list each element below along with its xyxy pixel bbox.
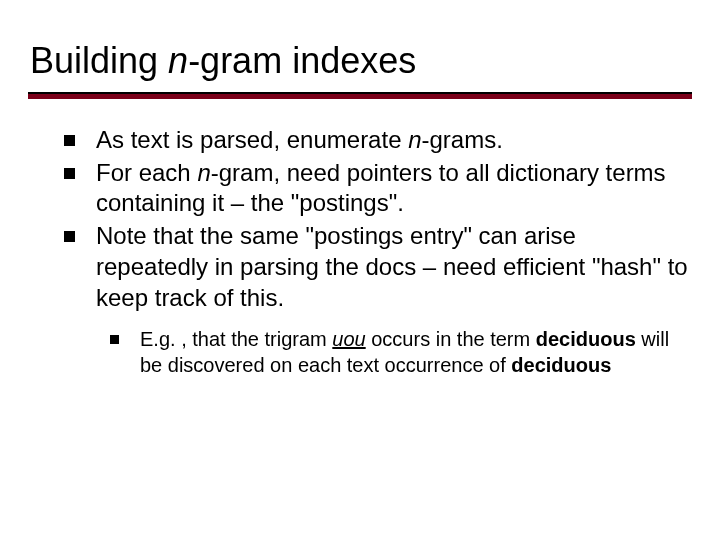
slide: Building n-gram indexes As text is parse… — [0, 0, 720, 540]
bullet-text: As text is parsed, enumerate — [96, 126, 408, 153]
bullet-text: Note that the same "postings entry" can … — [96, 222, 688, 310]
content-area: As text is parsed, enumerate n-grams. Fo… — [28, 125, 692, 379]
title-rule — [28, 92, 692, 99]
bullet-item: Note that the same "postings entry" can … — [62, 221, 692, 378]
sub-text: E.g. , that the trigram — [140, 328, 332, 350]
sub-text-term: deciduous — [511, 354, 611, 376]
bullet-item: For each n-gram, need pointers to all di… — [62, 158, 692, 219]
slide-title: Building n-gram indexes — [28, 40, 692, 82]
sub-bullet-item: E.g. , that the trigram uou occurs in th… — [110, 327, 692, 378]
bullet-text-ital: n — [408, 126, 421, 153]
title-text-ital: n — [168, 40, 188, 81]
bullet-list: As text is parsed, enumerate n-grams. Fo… — [62, 125, 692, 379]
sub-text: occurs in the term — [366, 328, 536, 350]
sub-text-trigram: uou — [332, 328, 365, 350]
sub-text-term: deciduous — [536, 328, 636, 350]
bullet-text: For each — [96, 159, 197, 186]
sub-bullet-list: E.g. , that the trigram uou occurs in th… — [96, 327, 692, 378]
title-rule-bar — [28, 94, 692, 99]
bullet-item: As text is parsed, enumerate n-grams. — [62, 125, 692, 156]
title-text-pre: Building — [30, 40, 168, 81]
bullet-text-ital: n — [197, 159, 210, 186]
bullet-text: -grams. — [422, 126, 503, 153]
title-text-post: -gram indexes — [188, 40, 416, 81]
